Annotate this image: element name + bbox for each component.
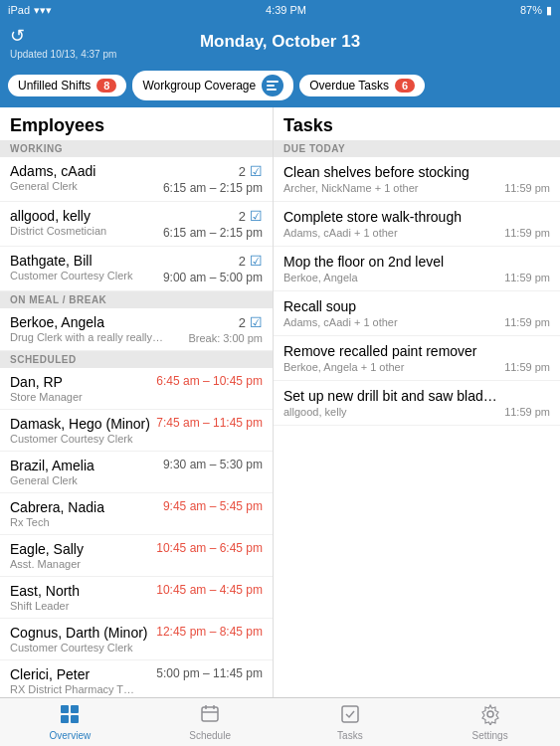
list-item[interactable]: 9:30 am – 5:30 pm Brazil, Amelia General… [0, 452, 273, 493]
settings-icon [479, 703, 501, 728]
unfilled-shifts-badge: 8 [96, 79, 116, 93]
task-meta: Berkoe, Angela 11:59 pm [283, 272, 550, 283]
task-assignee: Adams, cAadi + 1 other [283, 316, 398, 328]
coverage-icon [262, 75, 283, 96]
shift-time: 7:45 am – 11:45 pm [156, 416, 263, 430]
check-icon: ☑ [250, 314, 263, 330]
refresh-button[interactable]: ↺ [10, 25, 129, 47]
task-item[interactable]: Clean shelves before stocking Archer, Ni… [274, 157, 560, 202]
list-item[interactable]: 2 ☑ 6:15 am – 2:15 pm Adams, cAadi Gener… [0, 157, 273, 202]
employee-role: Rx Tech [10, 516, 263, 528]
list-item[interactable]: 5:00 pm – 11:45 pm Clerici, Peter RX Dis… [0, 660, 273, 697]
section-label-scheduled: SCHEDULED [0, 351, 273, 368]
shift-time: 5:00 pm – 11:45 pm [156, 666, 263, 680]
employee-count-num: 2 [239, 254, 246, 269]
shift-time: 10:45 am – 4:45 pm [156, 583, 263, 597]
shift-time: 12:45 pm – 8:45 pm [156, 625, 263, 639]
tab-schedule[interactable]: Schedule [140, 698, 280, 746]
battery-text: 87% [520, 4, 542, 16]
list-item[interactable]: 6:45 am – 10:45 pm Dan, RP Store Manager [0, 368, 273, 410]
status-bar-right: 87% ▮ [520, 4, 552, 17]
tab-schedule-label: Schedule [189, 730, 231, 741]
task-title: Remove recalled paint remover [283, 343, 550, 359]
task-assignee: Berkoe, Angela [283, 272, 358, 283]
shift-time: 9:00 am – 5:00 pm [163, 271, 263, 284]
carrier-text: iPad [8, 4, 30, 16]
status-bar: iPad ▾▾▾ 4:39 PM 87% ▮ [0, 0, 560, 20]
task-time: 11:59 pm [504, 361, 550, 373]
unfilled-shifts-button[interactable]: Unfilled Shifts 8 [8, 75, 126, 96]
employee-role: Asst. Manager [10, 558, 263, 570]
shift-time: Break: 3:00 pm [188, 332, 263, 344]
employee-schedule: 2 ☑ 6:15 am – 2:15 pm [163, 163, 263, 195]
list-item[interactable]: 2 ☑ 6:15 am – 2:15 pm allgood, kelly Dis… [0, 202, 273, 247]
battery-icon: ▮ [546, 4, 552, 17]
employee-schedule: 9:45 am – 5:45 pm [163, 499, 263, 513]
task-meta: allgood, kelly 11:59 pm [283, 406, 550, 418]
employees-panel-title: Employees [0, 107, 273, 140]
tasks-panel: Tasks DUE TODAY Clean shelves before sto… [274, 107, 560, 697]
employee-role: Store Manager [10, 391, 263, 403]
task-title: Complete store walk-through [283, 209, 550, 225]
status-time: 4:39 PM [266, 4, 306, 16]
section-label-break: ON MEAL / BREAK [0, 291, 273, 308]
svg-rect-7 [202, 707, 218, 721]
svg-rect-5 [61, 715, 69, 723]
employee-schedule: 10:45 am – 6:45 pm [156, 541, 263, 555]
header-title: Monday, October 13 [129, 32, 431, 52]
check-icon: ☑ [250, 163, 263, 179]
due-today-label: DUE TODAY [274, 140, 560, 157]
list-item[interactable]: 7:45 am – 11:45 pm Damask, Hego (Minor) … [0, 410, 273, 452]
list-item[interactable]: 10:45 am – 6:45 pm Eagle, Sally Asst. Ma… [0, 535, 273, 577]
employees-panel: Employees WORKING 2 ☑ 6:15 am – 2:15 pm … [0, 107, 274, 697]
task-time: 11:59 pm [504, 272, 550, 283]
status-bar-left: iPad ▾▾▾ [8, 4, 52, 17]
task-title: Set up new drill bit and saw blad… [283, 388, 550, 404]
shift-time: 6:45 am – 10:45 pm [156, 374, 263, 388]
employee-schedule: 6:45 am – 10:45 pm [156, 374, 263, 388]
tab-tasks[interactable]: Tasks [280, 698, 421, 746]
list-item[interactable]: 2 ☑ Break: 3:00 pm Berkoe, Angela Drug C… [0, 308, 273, 351]
tab-tasks-label: Tasks [337, 730, 363, 741]
list-item[interactable]: 9:45 am – 5:45 pm Cabrera, Nadia Rx Tech [0, 493, 273, 535]
app-header: ↺ Updated 10/13, 4:37 pm Monday, October… [0, 20, 560, 64]
tab-settings-label: Settings [472, 730, 508, 741]
list-item[interactable]: 2 ☑ 9:00 am – 5:00 pm Bathgate, Bill Cus… [0, 247, 273, 291]
employee-schedule: 2 ☑ 6:15 am – 2:15 pm [163, 208, 263, 240]
overdue-tasks-button[interactable]: Overdue Tasks 6 [299, 75, 425, 96]
svg-rect-2 [267, 89, 277, 91]
shift-time: 9:30 am – 5:30 pm [163, 458, 263, 471]
task-meta: Adams, cAadi + 1 other 11:59 pm [283, 316, 550, 328]
workgroup-coverage-button[interactable]: Workgroup Coverage [132, 71, 293, 100]
task-assignee: Adams, cAadi + 1 other [283, 227, 398, 239]
employee-count-num: 2 [239, 209, 246, 224]
list-item[interactable]: 12:45 pm – 8:45 pm Cognus, Darth (Minor)… [0, 619, 273, 660]
overdue-tasks-label: Overdue Tasks [309, 79, 389, 93]
updated-text: Updated 10/13, 4:37 pm [10, 49, 129, 60]
task-title: Clean shelves before stocking [283, 164, 550, 180]
svg-rect-3 [61, 705, 69, 713]
filter-bar: Unfilled Shifts 8 Workgroup Coverage Ove… [0, 64, 560, 107]
task-title: Mop the floor on 2nd level [283, 254, 550, 270]
task-assignee: Berkoe, Angela + 1 other [283, 361, 404, 373]
list-item[interactable]: 10:45 am – 4:45 pm East, North Shift Lea… [0, 577, 273, 619]
check-icon: ☑ [250, 208, 263, 224]
task-item[interactable]: Remove recalled paint remover Berkoe, An… [274, 336, 560, 381]
task-meta: Berkoe, Angela + 1 other 11:59 pm [283, 361, 550, 373]
task-item[interactable]: Mop the floor on 2nd level Berkoe, Angel… [274, 247, 560, 291]
task-item[interactable]: Complete store walk-through Adams, cAadi… [274, 202, 560, 247]
task-meta: Adams, cAadi + 1 other 11:59 pm [283, 227, 550, 239]
task-item[interactable]: Recall soup Adams, cAadi + 1 other 11:59… [274, 291, 560, 336]
task-assignee: allgood, kelly [283, 406, 347, 418]
tab-settings[interactable]: Settings [420, 698, 560, 746]
tab-overview[interactable]: Overview [0, 698, 140, 746]
task-item[interactable]: Set up new drill bit and saw blad… allgo… [274, 381, 560, 426]
shift-time: 10:45 am – 6:45 pm [156, 541, 263, 555]
tasks-icon [339, 703, 361, 728]
employee-role: General Clerk [10, 474, 263, 486]
employee-count-num: 2 [239, 315, 246, 330]
employee-schedule: 7:45 am – 11:45 pm [156, 416, 263, 430]
task-time: 11:59 pm [504, 406, 550, 418]
wifi-icon: ▾▾▾ [34, 4, 52, 17]
employee-role: RX District Pharmacy T… [10, 683, 263, 695]
